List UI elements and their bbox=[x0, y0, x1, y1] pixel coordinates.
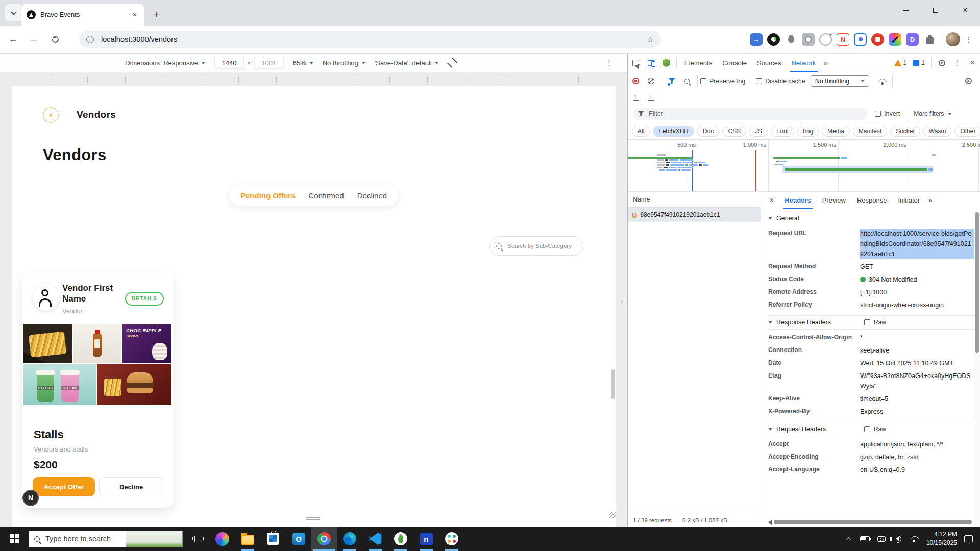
invert-filter-checkbox[interactable] bbox=[875, 111, 881, 117]
network-filter-chip[interactable]: Socket bbox=[890, 126, 920, 137]
device-throttling-dropdown[interactable]: No throttling bbox=[323, 59, 365, 67]
tab-search-button[interactable] bbox=[5, 4, 22, 21]
color-picker-extension-icon[interactable] bbox=[889, 33, 901, 46]
reload-button[interactable] bbox=[48, 32, 62, 46]
search-extension-icon[interactable] bbox=[767, 33, 780, 46]
viewport-resize-handle-corner[interactable] bbox=[609, 512, 616, 518]
orbit-extension-icon[interactable] bbox=[819, 33, 832, 46]
taskbar-icon-file-explorer[interactable] bbox=[235, 527, 260, 551]
taskbar-clock[interactable]: 4:12 PM 10/15/2025 bbox=[922, 530, 961, 548]
error-warning-icon[interactable] bbox=[894, 60, 901, 66]
profile-avatar[interactable] bbox=[946, 32, 960, 46]
scroll-left-arrow-icon[interactable] bbox=[768, 520, 772, 525]
vendor-status-tab[interactable]: Confirmed bbox=[309, 191, 344, 200]
viewport-height-input[interactable] bbox=[254, 57, 284, 69]
request-headers-section-header[interactable]: Request Headers Raw bbox=[768, 422, 974, 436]
network-conditions-button[interactable] bbox=[874, 74, 890, 88]
bug-extension-icon[interactable] bbox=[785, 33, 797, 46]
tab-close-icon[interactable]: × bbox=[130, 10, 139, 19]
details-tab[interactable]: Preview bbox=[817, 192, 851, 209]
viewport-resize-handle-right[interactable]: ⋮ bbox=[619, 300, 625, 303]
site-info-icon[interactable]: i bbox=[86, 36, 94, 43]
inspect-element-button[interactable] bbox=[628, 56, 643, 69]
network-filter-chip[interactable]: CSS bbox=[722, 126, 746, 137]
more-tabs-icon[interactable]: » bbox=[821, 59, 830, 67]
network-overview-timeline[interactable]: 500 ms1,000 ms1,500 ms2,000 ms2,500 ms bbox=[628, 140, 980, 192]
filter-toggle-button[interactable] bbox=[664, 74, 679, 88]
d-extension-icon[interactable]: D bbox=[906, 33, 919, 46]
dimensions-dropdown[interactable]: Dimensions: Responsive bbox=[125, 59, 205, 67]
omnibox[interactable]: i ☆ bbox=[79, 31, 661, 48]
search-highlight-image[interactable] bbox=[126, 531, 182, 547]
raw-request-checkbox[interactable] bbox=[864, 426, 870, 432]
network-filter-chip[interactable]: Font bbox=[771, 126, 794, 137]
taskbar-search-input[interactable] bbox=[44, 534, 121, 543]
accept-offer-button[interactable]: Accept Offer bbox=[33, 477, 95, 496]
toggle-device-toolbar-button[interactable] bbox=[643, 56, 658, 69]
name-column-header[interactable]: Name bbox=[628, 192, 761, 208]
raw-response-checkbox[interactable] bbox=[864, 319, 870, 325]
subcategory-search[interactable] bbox=[489, 236, 583, 256]
request-row[interactable]: {;} 68e9547f4910219201aeb1c1 bbox=[628, 208, 761, 222]
forward-button[interactable]: → bbox=[27, 32, 41, 46]
decline-button[interactable]: Decline bbox=[99, 477, 163, 496]
general-section-header[interactable]: General bbox=[768, 211, 974, 226]
taskbar-icon-copilot[interactable] bbox=[209, 527, 235, 551]
record-network-log-button[interactable] bbox=[628, 74, 643, 88]
viewport-resize-handle-bottom[interactable] bbox=[306, 517, 320, 520]
taskbar-icon-mongodb[interactable] bbox=[388, 527, 413, 551]
details-vertical-scrollbar[interactable] bbox=[974, 209, 980, 527]
save-data-dropdown[interactable]: 'Save-Data': default bbox=[375, 59, 439, 67]
camera-extension-icon[interactable] bbox=[802, 33, 815, 46]
page-scrollbar-thumb[interactable] bbox=[611, 369, 615, 399]
scrollbar-thumb[interactable] bbox=[975, 212, 979, 353]
devtools-tab[interactable]: Console bbox=[717, 54, 752, 72]
browser-tab[interactable]: Bravo Events × bbox=[21, 4, 144, 26]
network-filter-chip[interactable]: Doc bbox=[697, 126, 719, 137]
new-tab-button[interactable]: + bbox=[149, 7, 164, 22]
more-details-tabs-icon[interactable]: » bbox=[925, 196, 935, 204]
network-filter-chip[interactable]: Fetch/XHR bbox=[653, 126, 694, 137]
nextjs-dev-badge[interactable]: N bbox=[22, 490, 39, 506]
network-status[interactable] bbox=[906, 527, 922, 551]
notebook-extension-icon[interactable]: N bbox=[837, 33, 849, 46]
taskbar-icon-edge[interactable] bbox=[337, 527, 362, 551]
network-filter-chip[interactable]: JS bbox=[749, 126, 768, 137]
throttling-select[interactable]: No throttling bbox=[811, 75, 869, 87]
network-settings-button[interactable] bbox=[961, 74, 976, 88]
recorder-extension-icon[interactable] bbox=[854, 33, 867, 46]
network-filter-chip[interactable]: Img bbox=[797, 126, 819, 137]
search-network-button[interactable] bbox=[679, 74, 695, 88]
network-filter-chip[interactable]: Other bbox=[954, 126, 980, 137]
extensions-puzzle-icon[interactable] bbox=[923, 33, 936, 46]
taskbar-search[interactable] bbox=[29, 531, 183, 547]
disable-cache-checkbox[interactable] bbox=[756, 78, 762, 84]
devtools-tab[interactable]: Sources bbox=[752, 54, 787, 72]
page-back-button[interactable]: ‹ bbox=[43, 107, 59, 123]
details-tab[interactable]: Response bbox=[851, 192, 893, 209]
taskbar-icon-chrome[interactable] bbox=[311, 527, 337, 551]
network-filter-chip[interactable]: Wasm bbox=[923, 126, 952, 137]
device-toolbar-menu-icon[interactable]: ⋮ bbox=[605, 58, 613, 67]
details-tab[interactable]: Initiator bbox=[892, 192, 925, 209]
devtools-tab[interactable]: Elements bbox=[679, 54, 717, 72]
battery-status[interactable] bbox=[857, 527, 873, 551]
viewport-width-input[interactable] bbox=[214, 57, 244, 69]
bookmark-star-icon[interactable]: ☆ bbox=[647, 35, 654, 44]
more-filters-dropdown[interactable]: More filters bbox=[914, 110, 951, 117]
details-button[interactable]: DETAILS bbox=[125, 292, 164, 306]
network-filter-chip[interactable]: Manifest bbox=[853, 126, 887, 137]
network-filter-input-wrap[interactable] bbox=[633, 108, 868, 120]
devtools-settings-button[interactable] bbox=[934, 56, 949, 69]
devtools-close-button[interactable]: × bbox=[965, 56, 980, 69]
close-details-icon[interactable]: × bbox=[764, 196, 779, 205]
vendor-status-tab[interactable]: Declined bbox=[357, 191, 387, 200]
node-button[interactable] bbox=[658, 56, 674, 69]
task-view-button[interactable] bbox=[187, 527, 209, 551]
save-extension-icon[interactable]: → bbox=[750, 33, 763, 46]
action-center-icon[interactable] bbox=[964, 535, 973, 542]
start-button[interactable] bbox=[0, 527, 29, 551]
url-input[interactable] bbox=[100, 35, 647, 44]
window-minimize-button[interactable] bbox=[891, 0, 921, 20]
scrollbar-thumb[interactable] bbox=[774, 520, 972, 524]
